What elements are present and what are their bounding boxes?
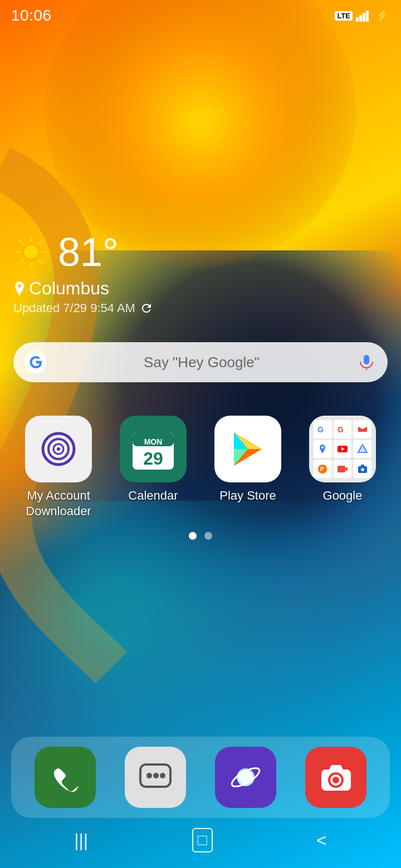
svg-point-18 [57,447,60,451]
svg-point-13 [25,245,38,259]
svg-text:G: G [317,425,324,434]
svg-rect-2 [363,13,365,22]
messages-icon-svg [136,758,175,797]
dock-messages[interactable] [113,747,198,808]
svg-point-45 [146,773,152,778]
dock-icon-camera [305,747,366,808]
app-label-play-store: Play Store [219,488,276,504]
status-time: 10:06 [11,7,52,24]
search-placeholder: Say "Hey Google" [55,354,349,371]
app-grid: My Account Downloader MON 29 [13,416,388,519]
svg-rect-24 [140,430,145,437]
dock-phone[interactable] [22,747,108,808]
svg-text:P: P [320,466,324,472]
svg-rect-42 [361,465,364,467]
my-account-icon-svg [36,427,81,471]
svg-line-9 [20,241,23,244]
weather-city: Columbus [29,278,109,299]
status-icons: LTE ⚡ [335,8,390,23]
dock-icon-phone [35,747,96,808]
battery-icon: ⚡ [375,8,390,23]
app-play-store[interactable]: Play Store [203,416,293,519]
refresh-icon [140,302,153,315]
app-google-folder[interactable]: G G [297,416,388,519]
page-dot-2[interactable] [204,532,212,540]
svg-point-50 [238,770,253,785]
svg-line-12 [20,260,23,263]
status-bar: 10:06 LTE ⚡ [0,0,401,29]
galaxy-icon-svg [228,760,264,796]
svg-line-10 [39,260,42,263]
google-folder-grid: G G [309,416,376,482]
phone-icon-svg [47,760,84,796]
app-my-account-downloader[interactable]: My Account Downloader [13,416,104,519]
app-calendar[interactable]: MON 29 Calendar [108,416,198,519]
svg-rect-39 [338,466,345,472]
page-dot-1[interactable] [189,532,197,540]
svg-text:MON: MON [144,437,163,446]
svg-point-14 [25,351,47,373]
svg-text:G: G [338,425,344,434]
weather-updated-text: Updated 7/29 9:54 AM [13,301,135,315]
weather-temperature: 81° [58,229,119,275]
play-store-icon-svg [226,427,270,471]
nav-recents-button[interactable]: ||| [74,830,88,851]
svg-rect-3 [366,11,369,22]
main-area: 81° Columbus Updated 7/29 9:54 AM [0,29,401,728]
nav-home-button[interactable]: □ [192,828,213,852]
signal-icon [356,9,371,22]
dock-camera[interactable] [293,747,379,808]
location-pin-icon [13,282,26,296]
svg-line-11 [39,241,42,244]
dock-icon-galaxy [215,747,276,808]
app-label-calendar: Calendar [128,488,178,504]
svg-rect-1 [359,15,362,22]
svg-rect-25 [162,430,166,437]
app-icon-my-account [25,416,92,482]
calendar-icon-svg: MON 29 [128,424,178,474]
svg-point-53 [332,777,339,783]
lte-icon: LTE [335,11,353,21]
svg-text:29: 29 [143,448,163,468]
app-icon-google-folder: G G [309,416,376,482]
google-logo [25,351,47,373]
weather-widget[interactable]: 81° Columbus Updated 7/29 9:54 AM [13,229,388,315]
dock-galaxy-store[interactable] [203,747,288,808]
nav-back-button[interactable]: < [316,830,327,851]
weather-sun-icon [13,234,49,270]
page-indicators [13,532,388,540]
app-icon-play-store [214,416,281,482]
svg-point-43 [361,468,364,471]
search-bar[interactable]: Say "Hey Google" [13,342,388,382]
svg-rect-0 [356,17,359,22]
app-label-my-account: My Account Downloader [13,488,104,519]
mic-icon[interactable] [356,352,376,372]
camera-icon-svg [318,760,354,796]
app-icon-calendar: MON 29 [120,416,187,482]
svg-point-46 [153,773,159,778]
app-label-google: Google [323,488,363,504]
dock-icon-messages [125,747,186,808]
dock [11,737,390,818]
svg-point-47 [160,773,165,778]
nav-bar: ||| □ < [0,818,401,868]
